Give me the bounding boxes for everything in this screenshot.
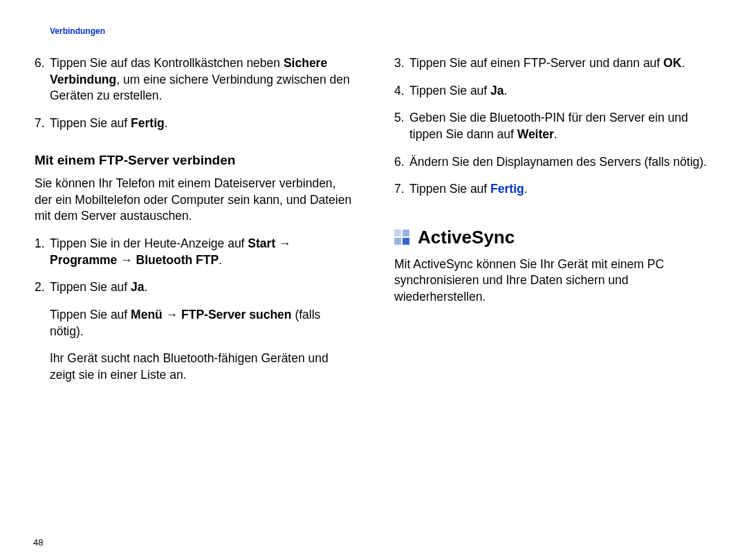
step-6: 6. Tippen Sie auf das Kontrollkästchen n… bbox=[35, 55, 353, 104]
two-column-layout: 6. Tippen Sie auf das Kontrollkästchen n… bbox=[35, 55, 712, 394]
sub-heading-ftp: Mit einem FTP-Server verbinden bbox=[35, 151, 353, 169]
ftp-step-4: 4. Tippen Sie auf Ja. bbox=[394, 83, 712, 100]
ftp-step-1: 1. Tippen Sie in der Heute-Anzeige auf S… bbox=[35, 236, 353, 268]
link-fertig[interactable]: Fertig bbox=[490, 182, 524, 196]
ftp-step-3: 3. Tippen Sie auf einen FTP-Server und d… bbox=[394, 55, 712, 72]
bold: Start bbox=[248, 236, 275, 250]
text: Tippen Sie in der Heute-Anzeige auf bbox=[50, 236, 248, 250]
text: Tippen Sie auf bbox=[50, 116, 131, 130]
text: Tippen Sie auf bbox=[409, 84, 490, 97]
bold: Ja bbox=[490, 84, 504, 97]
bold: Fertig bbox=[131, 116, 165, 130]
bold: Menü bbox=[131, 308, 163, 321]
bold: Programme bbox=[50, 253, 117, 267]
text: . bbox=[165, 116, 168, 130]
page-number: 48 bbox=[33, 537, 43, 548]
bold: Weiter bbox=[517, 127, 554, 141]
ftp-step-6: 6. Ändern Sie den Displaynamen des Serve… bbox=[394, 154, 712, 171]
bold: OK bbox=[663, 56, 681, 70]
squares-icon bbox=[394, 230, 409, 245]
left-column: 6. Tippen Sie auf das Kontrollkästchen n… bbox=[35, 55, 353, 394]
step-7: 7. Tippen Sie auf Fertig. bbox=[35, 115, 353, 132]
bold: Bluetooth FTP bbox=[136, 253, 219, 267]
running-head: Verbindungen bbox=[50, 26, 712, 36]
ftp-intro: Sie können Ihr Telefon mit einem Dateise… bbox=[35, 176, 353, 225]
ftp-step-5: 5. Geben Sie die Bluetooth-PIN für den S… bbox=[394, 110, 712, 142]
activesync-intro: Mit ActiveSync können Sie Ihr Gerät mit … bbox=[394, 256, 712, 306]
bold: FTP-Server suchen bbox=[181, 308, 292, 321]
text: . bbox=[145, 280, 148, 294]
text: Tippen Sie auf bbox=[409, 182, 490, 196]
text: Tippen Sie auf einen FTP-Server und dann… bbox=[409, 56, 663, 70]
bold: Ja bbox=[131, 280, 144, 294]
text: Ändern Sie den Displaynamen des Servers … bbox=[409, 154, 712, 171]
text: Tippen Sie auf das Kontrollkästchen nebe… bbox=[50, 56, 284, 70]
ftp-sub-note-2: Ihr Gerät sucht nach Bluetooth-fähigen G… bbox=[50, 351, 353, 383]
section-title: ActiveSync bbox=[418, 225, 515, 250]
right-column: 3. Tippen Sie auf einen FTP-Server und d… bbox=[394, 55, 712, 394]
ftp-step-7: 7. Tippen Sie auf Fertig. bbox=[394, 181, 712, 198]
text: Tippen Sie auf bbox=[50, 280, 131, 294]
ftp-step-2: 2. Tippen Sie auf Ja. bbox=[35, 279, 353, 296]
section-heading-activesync: ActiveSync bbox=[394, 225, 712, 250]
text: Tippen Sie auf bbox=[50, 308, 131, 321]
ftp-sub-note-1: Tippen Sie auf Menü → FTP-Server suchen … bbox=[50, 307, 353, 339]
